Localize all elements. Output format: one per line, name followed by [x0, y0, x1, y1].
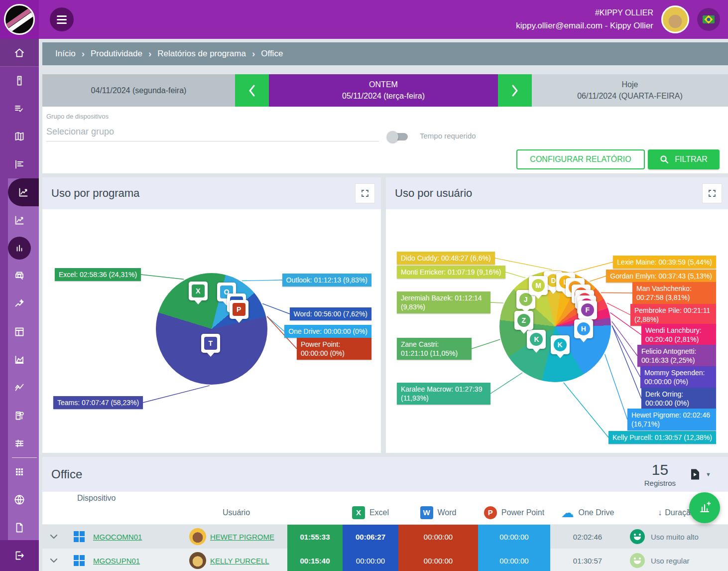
device-link[interactable]: MGOCOMN01: [93, 533, 142, 541]
home-icon: [13, 47, 25, 59]
column-one-drive[interactable]: ☁ One Drive: [550, 506, 625, 519]
column-device[interactable]: Dispositivo: [65, 494, 185, 503]
expand-program-chart-button[interactable]: [355, 183, 375, 203]
logout-icon: [13, 550, 25, 562]
sidebar-item-web[interactable]: [0, 486, 39, 514]
user-avatar: [189, 552, 206, 569]
caret-down-icon: ▼: [706, 471, 711, 477]
office-section-title: Office: [51, 467, 82, 481]
chart-plus-icon: [698, 501, 711, 514]
sidebar-item-preferences[interactable]: [0, 429, 39, 457]
sidebar-item-activities[interactable]: [0, 95, 39, 123]
dashboard-icon: [13, 326, 25, 338]
file-icon: [13, 522, 25, 534]
sidebar-item-map[interactable]: [0, 123, 39, 150]
required-time-toggle[interactable]: [388, 133, 408, 141]
duration-cell: 01:30:57: [550, 549, 625, 571]
sidebar-item-home[interactable]: [0, 39, 39, 67]
user-avatar[interactable]: [661, 5, 689, 33]
sidebar-item-area-reports[interactable]: [0, 346, 39, 374]
windows-icon: [65, 525, 93, 549]
user-link[interactable]: HEWET PIGROME: [210, 533, 274, 541]
breadcrumb-item-2[interactable]: Relatórios de programa: [157, 49, 246, 59]
chart-callout-label: Derk Orring: 00:00:00 (0%): [641, 388, 716, 410]
user-marker-pin: K: [551, 335, 570, 354]
chart-callout-label: Pembroke Pile: 00:21:11 (2,88%): [630, 304, 716, 326]
chart-callout-label: Felicio Antognetti: 00:16:33 (2,25%): [637, 345, 716, 367]
usage-status-label: Uso regular: [651, 557, 690, 565]
table-header-row: Dispositivo Usuário X Excel W Word P Pow…: [42, 492, 728, 525]
user-usage-card: Uso por usuário Dido Cuddy: 00:48:27 (6,…: [386, 177, 728, 453]
chart-callout-label: Wendi Lanchbury: 00:20:40 (2,81%): [641, 324, 716, 346]
date-previous[interactable]: 04/11/2024 (segunda-feira): [42, 74, 235, 107]
required-time-label: Tempo requerido: [420, 132, 476, 140]
chart-callout-label: Zane Castri: 01:21:10 (11,05%): [397, 338, 472, 360]
filter-button[interactable]: FILTRAR: [648, 149, 720, 169]
linechart2-icon: [13, 382, 25, 394]
expand-row-button[interactable]: [42, 525, 65, 549]
word-icon: W: [420, 506, 433, 519]
time-cell: 00:00:00: [478, 549, 550, 571]
add-chart-button[interactable]: [689, 492, 720, 523]
user-link[interactable]: KELLY PURCELL: [210, 557, 269, 565]
sidebar-item-trend-reports[interactable]: [0, 374, 39, 402]
chart-callout-label: Man Vashchenko: 00:27:58 (3,81%): [632, 282, 716, 304]
user-info[interactable]: #KIPPY OLLIER kippy.ollier@email.com - K…: [516, 6, 653, 33]
export-menu-button[interactable]: ▼: [690, 468, 711, 480]
sidebar-nav: [0, 39, 39, 571]
linechart-icon: [17, 186, 29, 198]
user-block: #KIPPY OLLIER kippy.ollier@email.com - K…: [516, 5, 728, 33]
sidebar-item-ranking[interactable]: [0, 150, 39, 178]
sidebar-item-dashboard[interactable]: [0, 318, 39, 346]
user-marker-pin: F: [578, 300, 597, 319]
configure-report-button[interactable]: CONFIGURAR RELATÓRIO: [516, 149, 645, 169]
chart-callout-label: Gordan Emlyn: 00:37:43 (5,13%): [606, 270, 716, 283]
app-logo[interactable]: [0, 0, 39, 39]
checklist-icon: [13, 103, 25, 115]
breadcrumb-item-0[interactable]: Início: [55, 49, 76, 59]
building-icon: [13, 410, 25, 422]
column-excel[interactable]: X Excel: [343, 506, 398, 519]
main-content: Início›Produtividade›Relatórios de progr…: [39, 39, 728, 571]
breadcrumb-item-1[interactable]: Produtividade: [91, 49, 142, 59]
expand-user-chart-button[interactable]: [702, 183, 722, 203]
column-word[interactable]: W Word: [398, 506, 478, 519]
search-icon: [660, 155, 669, 164]
sidebar-item-print-reports[interactable]: [0, 262, 39, 290]
sidebar-item-apps[interactable]: [0, 458, 39, 486]
sidebar-item-usage-reports[interactable]: [0, 206, 39, 234]
column-power-point[interactable]: P Power Point: [478, 506, 550, 519]
office-table-section: Office 15 Registros ▼ Dispositivo Usuári…: [42, 457, 728, 571]
user-usage-title: Uso por usuário: [395, 187, 472, 200]
chart-callout-label: Teams: 07:07:47 (58,23%): [53, 396, 143, 409]
smiley-status-icon: [630, 553, 645, 568]
menu-toggle-button[interactable]: [50, 7, 74, 31]
excel-icon: X: [352, 506, 365, 519]
language-flag-button[interactable]: [697, 8, 720, 31]
charts-row: Uso por programa Excel: 02:58:36 (24,31%…: [42, 177, 728, 453]
areachart-icon: [13, 354, 25, 366]
date-next[interactable]: Hoje 06/11/2024 (QUARTA-FEIRA): [532, 74, 728, 107]
export-file-icon: [690, 468, 701, 480]
device-group-input[interactable]: [46, 123, 379, 142]
chart-callout-label: One Drive: 00:00:00 (0%): [284, 325, 371, 338]
column-user[interactable]: Usuário: [185, 508, 287, 517]
sidebar-item-program-reports[interactable]: [8, 178, 39, 206]
breadcrumb-item-3[interactable]: Office: [261, 49, 283, 59]
date-next-title: Hoje: [622, 80, 638, 89]
expand-row-button[interactable]: [42, 549, 65, 571]
sidebar-item-company-map[interactable]: [0, 402, 39, 429]
sidebar-item-documents[interactable]: [0, 514, 39, 542]
records-count: 15: [644, 461, 676, 479]
user-usage-header: Uso por usuário: [386, 177, 728, 209]
time-cell: 00:15:40: [287, 549, 343, 571]
next-day-button[interactable]: [498, 74, 532, 107]
prev-day-button[interactable]: [235, 74, 269, 107]
sidebar-item-logout[interactable]: [0, 540, 39, 571]
office-section-header: Office 15 Registros ▼: [42, 457, 728, 492]
sidebar-item-statistics[interactable]: [0, 234, 39, 262]
device-link[interactable]: MGOSUPN01: [93, 557, 140, 565]
fullscreen-icon: [708, 189, 716, 197]
sidebar-item-devices[interactable]: [0, 67, 39, 95]
sidebar-item-insights[interactable]: [0, 290, 39, 318]
